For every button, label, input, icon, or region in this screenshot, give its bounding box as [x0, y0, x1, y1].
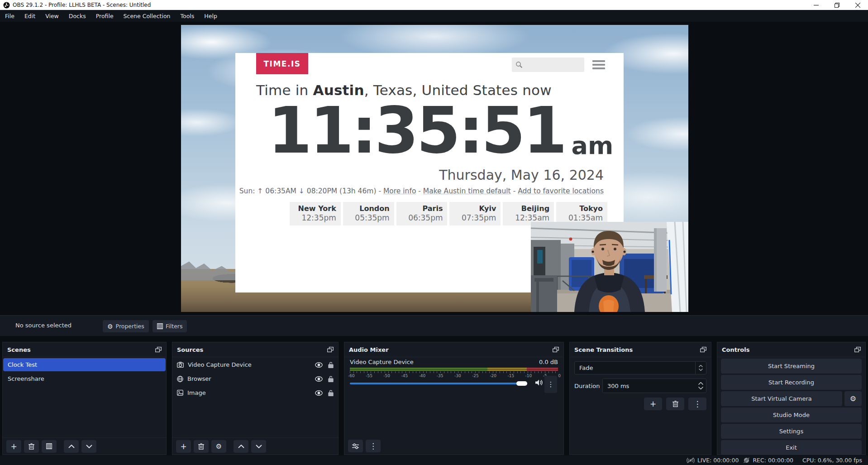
sources-title: Sources: [177, 346, 203, 353]
world-clock-london[interactable]: London 05:35pm: [343, 202, 394, 225]
transition-select[interactable]: Fade: [574, 361, 706, 374]
duration-spinner[interactable]: [695, 379, 706, 393]
popout-icon[interactable]: [327, 347, 334, 352]
select-spinner[interactable]: [695, 362, 706, 374]
lock-icon[interactable]: [328, 390, 334, 396]
virtual-camera-settings-button[interactable]: ⚙: [844, 391, 862, 406]
sources-header[interactable]: Sources: [172, 342, 338, 357]
no-source-label: No source selected: [15, 322, 72, 329]
audio-mixer-header[interactable]: Audio Mixer: [344, 342, 563, 357]
make-default-link[interactable]: Make Austin time default: [423, 187, 511, 195]
add-source-button[interactable]: +: [176, 440, 191, 453]
world-clock-paris[interactable]: Paris 06:35pm: [396, 202, 448, 225]
filters-button[interactable]: Filters: [153, 320, 187, 332]
volume-slider-handle[interactable]: [516, 381, 527, 386]
transitions-header[interactable]: Scene Transitions: [570, 342, 711, 357]
menu-help[interactable]: Help: [199, 10, 222, 22]
lock-icon[interactable]: [328, 376, 334, 382]
source-move-up-button[interactable]: [234, 440, 248, 453]
sun-info-line: Sun: ↑ 06:35AM ↓ 08:20PM (13h 46m) - Mor…: [239, 187, 604, 195]
remove-scene-button[interactable]: [24, 440, 39, 453]
eye-icon[interactable]: [315, 390, 323, 396]
popout-icon[interactable]: [155, 347, 162, 352]
chevron-up-icon: [68, 445, 75, 448]
scenes-header[interactable]: Scenes: [3, 342, 166, 357]
scene-item-clock-test[interactable]: Clock Test: [3, 358, 166, 371]
scene-filters-button[interactable]: [42, 440, 57, 453]
preview-area: TIME.IS Time in Austin, Texas, United St…: [0, 22, 868, 315]
timeis-search-input[interactable]: [512, 58, 584, 72]
duration-label: Duration: [574, 383, 602, 389]
world-clock-new-york[interactable]: New York 12:35pm: [290, 202, 341, 225]
source-item-image[interactable]: Image: [172, 386, 338, 399]
advanced-audio-button[interactable]: [348, 440, 363, 452]
add-scene-button[interactable]: +: [6, 440, 21, 453]
filter-icon: [46, 443, 52, 449]
world-time: 07:35pm: [451, 213, 496, 222]
popout-icon[interactable]: [700, 347, 706, 352]
eye-icon[interactable]: [315, 376, 323, 382]
controls-header[interactable]: Controls: [717, 342, 865, 357]
program-canvas[interactable]: TIME.IS Time in Austin, Texas, United St…: [181, 25, 688, 312]
mixer-menu-button[interactable]: ⋮: [366, 440, 381, 452]
clock-ampm: am: [571, 131, 613, 160]
properties-button[interactable]: ⚙ Properties: [103, 320, 149, 332]
sources-toolbar: + ⚙: [172, 437, 338, 455]
gear-icon: ⚙: [850, 394, 856, 403]
source-item-browser[interactable]: Browser: [172, 372, 338, 385]
studio-mode-button[interactable]: Studio Mode: [721, 407, 862, 422]
rec-time: REC: 00:00:00: [753, 457, 793, 464]
scene-item-screenshare[interactable]: Screenshare: [3, 372, 166, 385]
transition-menu-button[interactable]: ⋮: [688, 398, 706, 410]
world-time: 06:35pm: [398, 213, 443, 222]
start-recording-button[interactable]: Start Recording: [721, 375, 862, 390]
exit-button[interactable]: Exit: [721, 440, 862, 455]
menu-scene-collection[interactable]: Scene Collection: [119, 10, 176, 22]
volume-meter: [350, 368, 558, 371]
filters-label: Filters: [166, 323, 182, 330]
minimize-button[interactable]: [806, 0, 826, 10]
menu-view[interactable]: View: [40, 10, 64, 22]
webcam-source[interactable]: [531, 222, 688, 312]
menu-edit[interactable]: Edit: [19, 10, 40, 22]
remove-source-button[interactable]: [194, 440, 209, 453]
menu-docks[interactable]: Docks: [64, 10, 91, 22]
menu-tools[interactable]: Tools: [176, 10, 200, 22]
source-properties-button[interactable]: ⚙: [211, 440, 226, 453]
chevron-down-icon: [698, 387, 703, 389]
scene-move-up-button[interactable]: [64, 440, 79, 453]
world-clock-kyiv[interactable]: Kyiv 07:35pm: [449, 202, 501, 225]
source-move-down-button[interactable]: [251, 440, 266, 453]
menu-profile[interactable]: Profile: [91, 10, 119, 22]
more-info-link[interactable]: More info: [383, 187, 416, 195]
speaker-icon[interactable]: [535, 379, 543, 386]
remove-transition-button[interactable]: [666, 398, 684, 410]
world-city: London: [345, 204, 390, 213]
eye-icon[interactable]: [315, 362, 323, 368]
source-item-video-capture[interactable]: Video Capture Device: [172, 358, 338, 371]
popout-icon[interactable]: [854, 347, 861, 352]
close-button[interactable]: [847, 0, 868, 10]
globe-icon: [177, 376, 183, 382]
title-bar[interactable]: OBS 29.1.2 - Profile: LLHLS BETA - Scene…: [0, 0, 868, 10]
popout-icon[interactable]: [553, 347, 559, 352]
settings-button[interactable]: Settings: [721, 424, 862, 439]
duration-spinbox[interactable]: 300 ms: [602, 379, 706, 393]
volume-slider[interactable]: [350, 381, 527, 386]
scene-move-down-button[interactable]: [81, 440, 96, 453]
hamburger-menu-icon[interactable]: [592, 60, 605, 69]
clock-time: 11:35:51: [268, 99, 565, 163]
search-icon: [515, 61, 523, 68]
add-transition-button[interactable]: +: [644, 398, 662, 410]
mixer-channel-menu-button[interactable]: ⋮: [544, 376, 557, 393]
menu-file[interactable]: File: [0, 10, 19, 22]
add-favorite-link[interactable]: Add to favorite locations: [518, 187, 604, 195]
status-bar: LIVE: 00:00:00 REC: 00:00:00 CPU: 0.6%, …: [0, 455, 868, 465]
start-streaming-button[interactable]: Start Streaming: [721, 359, 862, 374]
start-virtual-camera-button[interactable]: Start Virtual Camera: [721, 391, 842, 406]
audio-sliders-icon: [352, 443, 359, 449]
image-icon: [177, 390, 183, 396]
restore-button[interactable]: [826, 0, 847, 10]
audio-mixer-title: Audio Mixer: [349, 346, 389, 353]
lock-icon[interactable]: [328, 362, 334, 368]
